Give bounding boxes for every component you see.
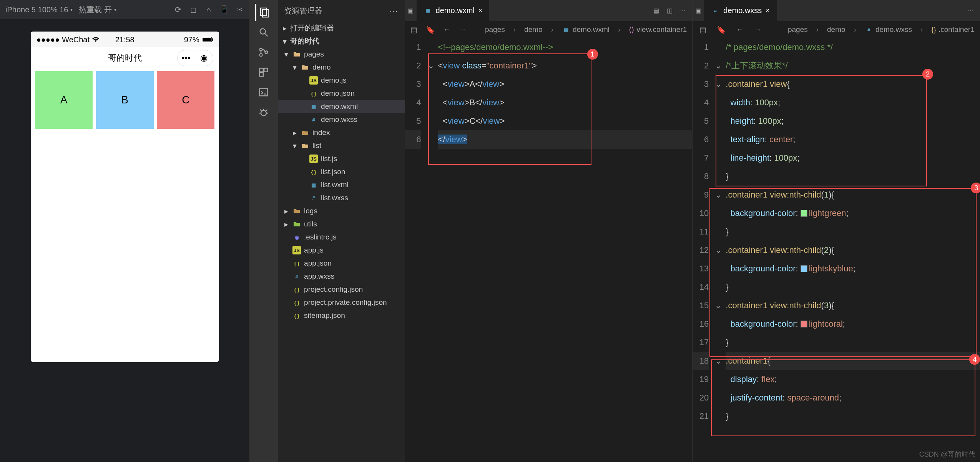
file-tree-item[interactable]: #demo.wxss <box>278 113 405 126</box>
overflow-icon[interactable]: ··· <box>680 7 685 14</box>
chevron-icon: ▸ <box>283 207 289 216</box>
terminal-icon[interactable] <box>255 84 272 101</box>
extensions-icon[interactable] <box>255 64 272 81</box>
file-icon: ▦ <box>309 181 318 189</box>
fold-icon[interactable]: ⌄ <box>715 301 722 310</box>
bug-icon[interactable] <box>255 104 272 121</box>
file-tree-item[interactable]: ◉.eslintrc.js <box>278 231 405 244</box>
breadcrumb[interactable]: demo <box>524 25 543 34</box>
chevron-icon: ▸ <box>292 128 298 137</box>
file-tree-item[interactable]: { }project.private.config.json <box>278 296 405 309</box>
file-label: list.wxss <box>321 194 348 202</box>
home-icon[interactable]: ◻︎ <box>189 5 198 14</box>
breadcrumb[interactable]: pages <box>788 25 808 34</box>
back-icon[interactable]: ⌂ <box>204 5 213 14</box>
nav-forward-icon[interactable]: → <box>459 25 467 35</box>
breadcrumb[interactable]: {}.container1 <box>931 25 975 34</box>
nav-forward-icon[interactable]: → <box>753 25 763 35</box>
bookmark-icon[interactable]: 🔖 <box>716 25 726 35</box>
section-open-editors[interactable]: ▸打开的编辑器 <box>278 22 405 35</box>
file-tree-item[interactable]: ▦list.wxml <box>278 178 405 191</box>
capsule-buttons[interactable]: ••• ◉ <box>177 50 213 66</box>
file-tree-item[interactable]: ▾pages <box>278 48 405 61</box>
file-tree-item[interactable]: { }app.json <box>278 257 405 270</box>
compare-icon[interactable]: ▤ <box>653 7 659 14</box>
file-label: demo.js <box>321 76 347 85</box>
chevron-down-icon: ▾ <box>114 7 116 12</box>
split-icon[interactable]: ◫ <box>667 7 673 14</box>
tab-label: demo.wxml <box>436 6 475 15</box>
editor-wxml: ▣ ▦ demo.wxml × ▤ ◫ ··· ▤ 🔖 ← → pages› <box>405 0 693 462</box>
file-tree-item[interactable]: JSapp.js <box>278 244 405 257</box>
explorer-icon[interactable] <box>255 4 272 21</box>
file-tree-item[interactable]: ▸index <box>278 126 405 139</box>
file-tree-item[interactable]: JSlist.js <box>278 152 405 165</box>
fold-icon[interactable]: ⌄ <box>715 79 722 89</box>
breadcrumb[interactable]: pages <box>485 25 505 34</box>
device-select[interactable]: iPhone 5 100% 16 ▾ <box>5 5 73 14</box>
file-label: list.wxml <box>321 181 349 189</box>
file-tree-item[interactable]: ▸utils <box>278 218 405 231</box>
svg-rect-10 <box>260 68 263 72</box>
fold-icon[interactable]: ⌄ <box>427 61 434 70</box>
close-icon[interactable]: × <box>478 7 483 15</box>
file-tree-item[interactable]: JSdemo.js <box>278 74 405 87</box>
nav-back-icon[interactable]: ← <box>735 25 745 35</box>
rotate-icon[interactable]: 📱 <box>219 5 229 14</box>
fold-icon[interactable]: ⌄ <box>715 61 722 70</box>
file-tree-item[interactable]: #app.wxss <box>278 270 405 283</box>
phone-content: A B C <box>31 69 219 362</box>
more-icon[interactable]: ··· <box>390 7 399 15</box>
breadcrumb[interactable]: ▦demo.wxml <box>562 25 610 34</box>
file-tree-item[interactable]: #list.wxss <box>278 191 405 204</box>
git-icon[interactable] <box>255 44 272 61</box>
capsule-close-icon[interactable]: ◉ <box>195 50 213 66</box>
breadcrumb[interactable]: #demo.wxss <box>865 25 912 34</box>
file-tree-item[interactable]: { }sitemap.json <box>278 309 405 322</box>
breadcrumb[interactable]: demo <box>827 25 845 34</box>
panel-toggle-icon[interactable]: ▣ <box>408 7 414 14</box>
chevron-down-icon: ▾ <box>282 37 288 46</box>
hotreload-toggle[interactable]: 热重载 开 ▾ <box>79 5 116 15</box>
file-tree-item[interactable]: { }demo.json <box>278 87 405 100</box>
file-icon: # <box>711 7 719 15</box>
tab-label: demo.wxss <box>723 6 762 15</box>
file-tree-item[interactable]: ▾list <box>278 139 405 152</box>
file-icon[interactable]: ▤ <box>698 25 708 35</box>
fold-icon[interactable]: ⌄ <box>715 356 722 366</box>
cut-icon[interactable]: ✂ <box>235 5 244 14</box>
tab-demo-wxss[interactable]: # demo.wxss × <box>704 0 777 21</box>
breadcrumb[interactable]: ⟨⟩view.container1 <box>629 25 687 34</box>
code-editor[interactable]: 123456789101112131415161718192021 ⌄⌄⌄⌄⌄⌄… <box>693 38 980 462</box>
clock-label: 21:58 <box>115 35 135 44</box>
file-icon: { } <box>292 298 301 307</box>
code-editor[interactable]: 123456 ⌄ <!--pages/demo/demo.wxml--><vie… <box>405 38 693 462</box>
file-icon[interactable]: ▤ <box>410 25 417 35</box>
file-tree-item[interactable]: ▦demo.wxml <box>278 100 405 113</box>
refresh-icon[interactable]: ⟳ <box>173 5 183 14</box>
battery-label: 97% <box>184 35 199 44</box>
demo-box-c: C <box>157 71 214 129</box>
watermark: CSDN @哥的时代 <box>919 450 975 459</box>
file-tree-item[interactable]: ▾demo <box>278 61 405 74</box>
file-label: .eslintrc.js <box>304 233 336 241</box>
section-project[interactable]: ▾哥的时代 <box>278 35 405 48</box>
overflow-icon[interactable]: ··· <box>968 7 973 14</box>
file-tree-item[interactable]: { }project.config.json <box>278 283 405 296</box>
svg-line-6 <box>265 34 268 37</box>
fold-icon[interactable]: ⌄ <box>715 190 722 199</box>
close-icon[interactable]: × <box>766 7 770 15</box>
bookmark-icon[interactable]: 🔖 <box>426 25 435 35</box>
capsule-menu-icon[interactable]: ••• <box>178 50 195 66</box>
tab-bar: ▣ ▦ demo.wxml × ▤ ◫ ··· <box>405 0 693 21</box>
nav-back-icon[interactable]: ← <box>443 25 451 35</box>
file-tree-item[interactable]: { }list.json <box>278 165 405 178</box>
file-tree-item[interactable]: ▸logs <box>278 204 405 218</box>
fold-icon[interactable]: ⌄ <box>715 245 722 255</box>
file-label: app.js <box>304 246 324 254</box>
search-icon[interactable] <box>255 24 272 41</box>
panel-toggle-icon[interactable]: ▣ <box>696 7 701 14</box>
tab-demo-wxml[interactable]: ▦ demo.wxml × <box>417 0 490 21</box>
file-icon: ▦ <box>562 25 570 34</box>
file-label: demo.json <box>321 89 355 98</box>
